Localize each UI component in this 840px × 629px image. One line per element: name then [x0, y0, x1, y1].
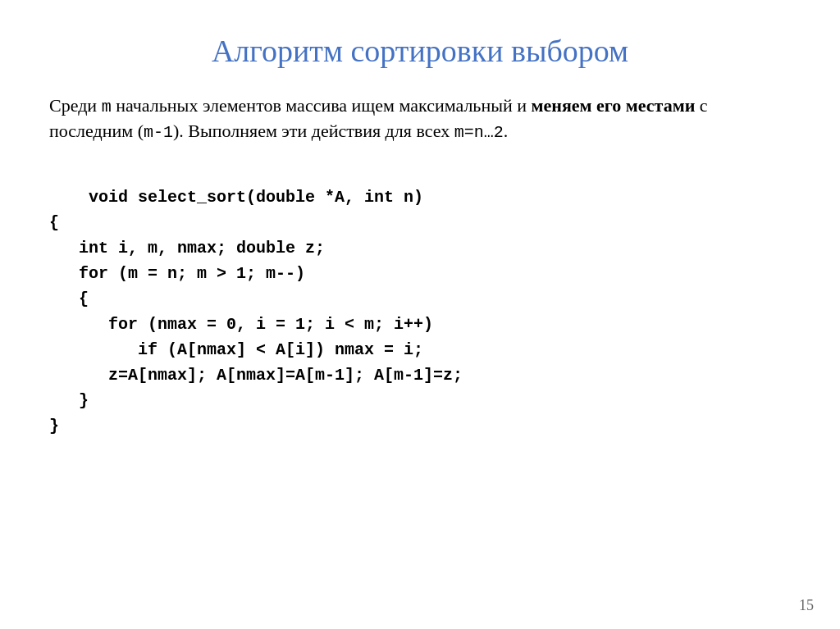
- code-line-7: if (A[nmax] < A[i]) nmax = i;: [49, 340, 423, 359]
- code-line-10: }: [49, 417, 59, 435]
- code-block: void select_sort(double *A, int n) { int…: [49, 159, 791, 464]
- code-line-6: for (nmax = 0, i = 1; i < m; i++): [49, 315, 433, 334]
- code-line-1: void select_sort(double *A, int n): [89, 188, 423, 207]
- code-line-9: }: [49, 391, 89, 410]
- slide-title: Алгоритм сортировки выбором: [49, 33, 791, 71]
- code-line-2: {: [49, 213, 59, 232]
- code-line-8: z=A[nmax]; A[nmax]=A[m-1]; A[m-1]=z;: [49, 366, 463, 385]
- code-line-4: for (m = n; m > 1; m--): [49, 264, 305, 283]
- code-line-3: int i, m, nmax; double z;: [49, 239, 325, 258]
- code-line-5: {: [49, 289, 89, 308]
- slide: Алгоритм сортировки выбором Среди m нача…: [0, 0, 840, 629]
- page-number: 15: [799, 597, 814, 614]
- slide-description: Среди m начальных элементов массива ищем…: [49, 93, 791, 144]
